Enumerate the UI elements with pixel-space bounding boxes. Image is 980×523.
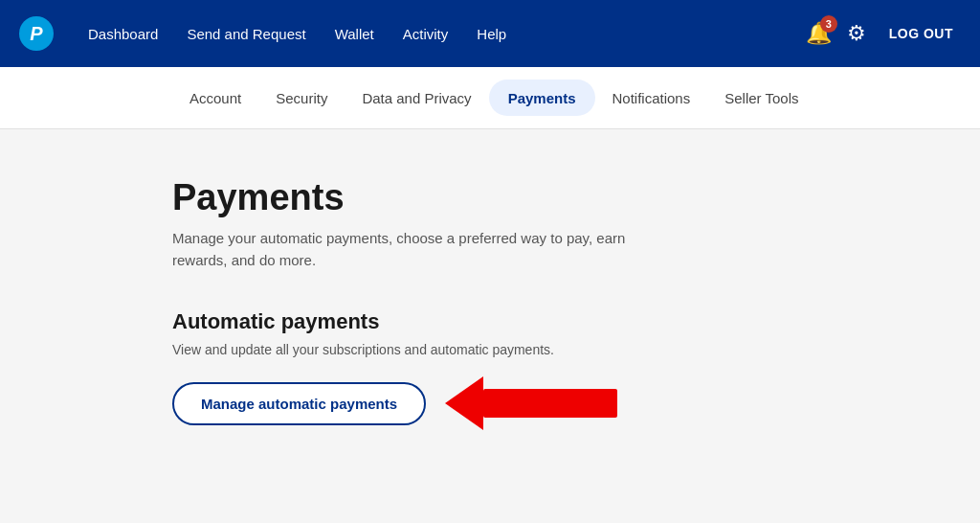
nav-send-request[interactable]: Send and Request [175,18,317,50]
nav-dashboard[interactable]: Dashboard [77,18,169,50]
paypal-logo-letter: P [30,23,42,45]
section-automatic-payments-title: Automatic payments [172,309,808,334]
big-red-arrow [445,376,617,430]
nav-activity[interactable]: Activity [391,18,460,50]
tab-security[interactable]: Security [258,67,345,129]
nav-help[interactable]: Help [465,18,518,50]
settings-tabs-nav: Account Security Data and Privacy Paymen… [0,67,980,129]
page-subtitle: Manage your automatic payments, choose a… [172,228,632,271]
section-automatic-payments-subtitle: View and update all your subscriptions a… [172,342,808,357]
manage-automatic-payments-button[interactable]: Manage automatic payments [172,382,426,425]
main-content: Payments Manage your automatic payments,… [0,129,980,478]
nav-actions: 🔔 3 ⚙ LOG OUT [806,20,961,47]
arrow-shaft [483,389,617,418]
notifications-bell[interactable]: 🔔 3 [806,21,832,46]
tab-data-privacy[interactable]: Data and Privacy [345,67,488,129]
nav-wallet[interactable]: Wallet [323,18,386,50]
arrow-annotation [445,376,617,430]
nav-links: Dashboard Send and Request Wallet Activi… [77,18,806,50]
settings-gear-icon[interactable]: ⚙ [847,21,866,46]
notification-count-badge: 3 [820,15,837,33]
logout-button[interactable]: LOG OUT [881,20,961,47]
tab-seller-tools[interactable]: Seller Tools [707,67,815,129]
page-title: Payments [172,177,808,218]
arrow-head [445,376,483,430]
tab-notifications[interactable]: Notifications [595,67,708,129]
paypal-logo: P [19,16,54,51]
top-nav: P Dashboard Send and Request Wallet Acti… [0,0,980,67]
manage-button-row: Manage automatic payments [172,376,808,430]
tab-payments[interactable]: Payments [489,80,595,116]
tab-account[interactable]: Account [172,67,258,129]
